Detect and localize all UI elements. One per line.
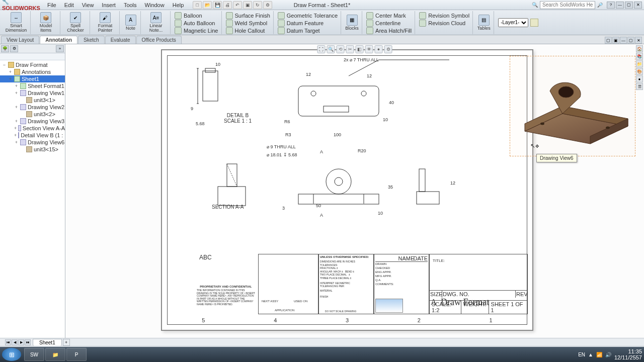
hole-callout-button[interactable]: Hole Callout [226,27,270,34]
search-go-icon[interactable]: 🔎 [597,3,603,8]
geo-tolerance-button[interactable]: Geometric Tolerance [278,12,338,19]
datum-feature-button[interactable]: Datum Feature [278,20,338,27]
sheet-prev-icon[interactable]: ◀ [12,339,18,345]
ft-tab-props-icon[interactable]: ⚙ [10,45,18,52]
area-hatch-button[interactable]: Area Hatch/Fill [366,27,412,34]
sheet-first-icon[interactable]: ⏮ [5,339,11,345]
isometric-model[interactable] [520,71,633,151]
linear-note-button[interactable]: A≡Linear Note... [142,11,171,34]
format-painter-button[interactable]: 🖌Format Painter [91,11,120,34]
help-icon[interactable]: ? [607,2,615,9]
datum-target-button[interactable]: Datum Target [278,27,338,34]
weld-symbol-button[interactable]: Weld Symbol [226,20,270,27]
center-mark-button[interactable]: Center Mark [366,12,412,19]
tab-evaluate[interactable]: Evaluate [105,36,136,44]
menu-edit[interactable]: Edit [60,2,78,8]
maximize-icon[interactable]: ▢ [625,2,633,9]
sheet1-tab[interactable]: Sheet1 [33,339,62,346]
open-icon[interactable]: 📂 [203,1,212,9]
blocks-button[interactable]: ▦Blocks [342,11,362,34]
spell-checker-button[interactable]: ✔Spell Checker [61,11,90,34]
doc-maximize-icon[interactable]: ▢ [627,37,634,44]
tree-node[interactable]: +Section View A-A [0,125,65,132]
tree-node[interactable]: +Sheet Format1 [0,82,65,89]
menu-insert[interactable]: Insert [98,2,120,8]
magnetic-line-button[interactable]: Magnetic Line [175,27,218,34]
tree-root[interactable]: −Draw Format [0,61,65,68]
tree-node[interactable]: +Drawing View2 [0,104,65,111]
revision-cloud-button[interactable]: Revision Cloud [419,20,469,27]
tree-node[interactable]: unit3<2> [0,111,65,118]
tray-flag-icon[interactable]: ▲ [588,352,593,357]
tree-node[interactable]: +Annotations [0,68,65,75]
menu-window[interactable]: Window [141,2,169,8]
scene-icon[interactable]: ● [375,45,383,53]
layer-props-icon[interactable] [530,19,538,27]
menu-view[interactable]: View [78,2,98,8]
select-icon[interactable]: ▣ [243,1,252,9]
tables-button[interactable]: ▤Tables [474,11,494,34]
tree-node[interactable]: +Drawing View3 [0,118,65,125]
revision-symbol-button[interactable]: Revision Symbol [419,12,469,19]
viewport-single-icon[interactable]: ▢ [605,37,612,44]
tray-volume-icon[interactable]: 🔊 [605,352,611,357]
clock[interactable]: 11:3512/11/2557 [614,348,642,360]
add-sheet-icon[interactable]: + [63,339,70,346]
auto-balloon-button[interactable]: Auto Balloon [175,20,218,27]
menu-tools[interactable]: Tools [120,2,141,8]
tree-node[interactable]: unit3<1> [0,97,65,104]
taskbar-powerpoint[interactable]: P [66,348,87,361]
design-lib-tab-icon[interactable]: 📚 [636,53,643,60]
sheet-last-icon[interactable]: ⏭ [25,339,31,345]
close-icon[interactable]: ✕ [634,2,642,9]
tab-sketch[interactable]: Sketch [78,36,105,44]
ft-tab-tree-icon[interactable]: 🌳 [1,45,9,52]
drawing-canvas[interactable]: ⛶ 🔍 ⟲ ✂ ◧ 👁 ● ⚙ [65,44,644,347]
taskbar-explorer[interactable]: 📁 [45,348,65,361]
doc-minimize-icon[interactable]: — [620,37,627,44]
display-style-icon[interactable]: ◧ [356,45,364,53]
tree-node[interactable]: +Detail View B (1 : 1) [0,132,65,139]
tray-network-icon[interactable]: 📶 [596,352,602,357]
help-search-input[interactable] [540,1,595,9]
sheet-next-icon[interactable]: ▶ [18,339,24,345]
appearances-tab-icon[interactable]: ● [636,75,643,82]
options-icon[interactable]: ⚙ [263,1,272,9]
tree-node[interactable]: +Sheet1 [0,75,65,82]
undo-icon[interactable]: ↶ [233,1,242,9]
menu-help[interactable]: Help [169,2,188,8]
tab-office-products[interactable]: Office Products [136,36,182,44]
zoom-fit-icon[interactable]: ⛶ [317,45,326,53]
feature-tree[interactable]: −Draw Format +Annotations+Sheet1+Sheet F… [0,60,65,347]
section-view-icon[interactable]: ✂ [346,45,354,53]
taskbar-solidworks[interactable]: SW [24,348,44,361]
tab-view-layout[interactable]: View Layout [1,36,39,44]
hide-show-icon[interactable]: 👁 [365,45,373,53]
rebuild-icon[interactable]: ↻ [253,1,262,9]
lang-indicator[interactable]: EN [578,352,585,357]
menu-file[interactable]: File [43,2,60,8]
minimize-icon[interactable]: — [616,2,624,9]
model-items-button[interactable]: 📦Model Items [32,11,60,34]
doc-close-icon[interactable]: ✕ [635,37,642,44]
custom-props-tab-icon[interactable]: ☰ [636,83,643,90]
feature-tree-filter-bar[interactable] [0,53,65,60]
surface-finish-button[interactable]: Surface Finish [226,12,270,19]
tree-node[interactable]: unit3<15> [0,146,65,153]
balloon-button[interactable]: Balloon [175,12,218,19]
viewport-split-icon[interactable]: ▣ [612,37,619,44]
smart-dimension-button[interactable]: ↔Smart Dimension [2,11,31,34]
print-icon[interactable]: 🖨 [223,1,232,9]
tree-node[interactable]: +Drawing View1 [0,89,65,97]
layer-combo[interactable]: -Layer1- [498,18,528,27]
zoom-area-icon[interactable]: 🔍 [327,45,335,53]
save-icon[interactable]: 💾 [213,1,222,9]
new-icon[interactable]: □ [193,1,202,9]
drawing-sheet[interactable]: 10 9 5.68 DETAIL B SCALE 1 : 1 2x ⌀ 7 TH… [161,49,533,331]
file-explorer-tab-icon[interactable]: 📁 [636,60,643,67]
view-settings-icon[interactable]: ⚙ [384,45,392,53]
centerline-button[interactable]: Centerline [366,20,412,27]
start-button[interactable]: ⊞ [2,348,21,361]
resources-tab-icon[interactable]: 🏠 [636,45,643,52]
ft-pin-icon[interactable]: » [56,45,64,52]
